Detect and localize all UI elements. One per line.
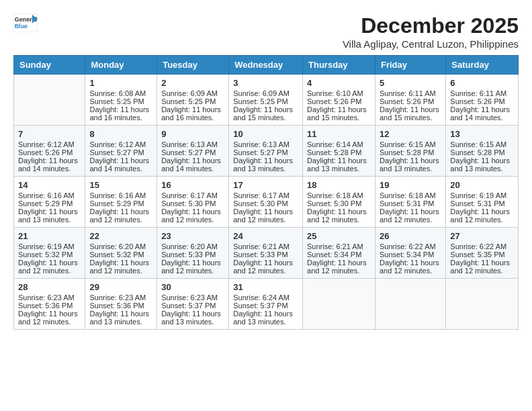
- day-info: Sunrise: 6:19 AM: [18, 242, 81, 250]
- calendar-cell: [303, 279, 375, 330]
- day-info: Sunrise: 6:11 AM: [380, 89, 441, 97]
- calendar-cell: 16Sunrise: 6:17 AMSunset: 5:30 PMDayligh…: [157, 177, 229, 228]
- day-info: Sunrise: 6:23 AM: [161, 293, 224, 302]
- day-info: Sunrise: 6:12 AM: [18, 140, 81, 148]
- calendar-cell: 7Sunrise: 6:12 AMSunset: 5:26 PMDaylight…: [14, 126, 85, 177]
- day-info: Sunrise: 6:23 AM: [89, 293, 152, 302]
- day-info: Daylight: 11 hours and 13 minutes.: [450, 156, 514, 173]
- calendar-cell: 11Sunrise: 6:14 AMSunset: 5:28 PMDayligh…: [303, 126, 375, 177]
- day-info: Sunset: 5:27 PM: [89, 148, 152, 156]
- calendar-cell: 21Sunrise: 6:19 AMSunset: 5:32 PMDayligh…: [14, 228, 85, 279]
- day-info: Sunrise: 6:24 AM: [233, 293, 298, 302]
- day-info: Sunrise: 6:09 AM: [233, 89, 298, 97]
- day-info: Daylight: 11 hours and 14 minutes.: [18, 156, 81, 173]
- day-number: 6: [450, 78, 514, 88]
- day-info: Sunrise: 6:12 AM: [89, 140, 152, 148]
- calendar-cell: [446, 279, 519, 330]
- column-header-thursday: Thursday: [303, 56, 375, 75]
- day-number: 8: [89, 129, 152, 139]
- day-info: Daylight: 11 hours and 13 minutes.: [89, 310, 152, 326]
- day-info: Daylight: 11 hours and 16 minutes.: [89, 105, 152, 122]
- day-number: 14: [18, 180, 81, 190]
- day-info: Sunrise: 6:14 AM: [307, 140, 371, 148]
- calendar-row: 14Sunrise: 6:16 AMSunset: 5:29 PMDayligh…: [14, 177, 519, 228]
- calendar-row: 28Sunrise: 6:23 AMSunset: 5:36 PMDayligh…: [14, 279, 519, 330]
- day-info: Sunrise: 6:23 AM: [18, 293, 81, 302]
- column-header-wednesday: Wednesday: [229, 56, 303, 75]
- calendar-cell: 30Sunrise: 6:23 AMSunset: 5:37 PMDayligh…: [157, 279, 229, 330]
- day-info: Sunset: 5:28 PM: [307, 148, 371, 156]
- day-number: 9: [161, 129, 224, 139]
- day-info: Daylight: 11 hours and 12 minutes.: [380, 208, 441, 224]
- day-info: Daylight: 11 hours and 12 minutes.: [450, 259, 514, 275]
- day-number: 13: [450, 129, 514, 139]
- day-info: Sunset: 5:28 PM: [450, 148, 514, 156]
- day-info: Sunset: 5:34 PM: [380, 250, 441, 259]
- day-number: 17: [233, 180, 298, 190]
- day-info: Sunrise: 6:21 AM: [233, 242, 298, 250]
- day-info: Daylight: 11 hours and 12 minutes.: [89, 259, 152, 275]
- day-info: Sunrise: 6:15 AM: [380, 140, 441, 148]
- day-info: Sunset: 5:33 PM: [233, 250, 298, 259]
- calendar-cell: 25Sunrise: 6:21 AMSunset: 5:34 PMDayligh…: [303, 228, 375, 279]
- day-info: Sunset: 5:26 PM: [380, 97, 441, 105]
- day-info: Sunset: 5:25 PM: [89, 97, 152, 105]
- day-info: Sunset: 5:27 PM: [161, 148, 224, 156]
- day-info: Daylight: 11 hours and 14 minutes.: [161, 156, 224, 173]
- day-info: Sunset: 5:36 PM: [89, 302, 152, 310]
- day-info: Sunset: 5:25 PM: [233, 97, 298, 105]
- day-number: 20: [450, 180, 514, 190]
- day-info: Sunset: 5:28 PM: [380, 148, 441, 156]
- calendar-table: SundayMondayTuesdayWednesdayThursdayFrid…: [13, 55, 519, 330]
- day-info: Daylight: 11 hours and 13 minutes.: [233, 310, 298, 326]
- day-number: 2: [161, 78, 224, 88]
- calendar-cell: 10Sunrise: 6:13 AMSunset: 5:27 PMDayligh…: [229, 126, 303, 177]
- calendar-cell: 4Sunrise: 6:10 AMSunset: 5:26 PMDaylight…: [303, 75, 375, 126]
- day-number: 30: [161, 282, 224, 292]
- day-number: 21: [18, 231, 81, 241]
- calendar-cell: 6Sunrise: 6:11 AMSunset: 5:26 PMDaylight…: [446, 75, 519, 126]
- day-number: 1: [89, 78, 152, 88]
- calendar-cell: 23Sunrise: 6:20 AMSunset: 5:33 PMDayligh…: [157, 228, 229, 279]
- calendar-cell: 26Sunrise: 6:22 AMSunset: 5:34 PMDayligh…: [375, 228, 445, 279]
- day-number: 12: [380, 129, 441, 139]
- calendar-cell: 28Sunrise: 6:23 AMSunset: 5:36 PMDayligh…: [14, 279, 85, 330]
- svg-text:Blue: Blue: [15, 23, 28, 30]
- column-header-friday: Friday: [375, 56, 445, 75]
- day-number: 10: [233, 129, 298, 139]
- day-number: 29: [89, 282, 152, 292]
- calendar-cell: 14Sunrise: 6:16 AMSunset: 5:29 PMDayligh…: [14, 177, 85, 228]
- calendar-cell: 1Sunrise: 6:08 AMSunset: 5:25 PMDaylight…: [85, 75, 157, 126]
- day-info: Daylight: 11 hours and 12 minutes.: [380, 259, 441, 275]
- day-number: 25: [307, 231, 371, 241]
- calendar-header-row: SundayMondayTuesdayWednesdayThursdayFrid…: [14, 56, 519, 75]
- calendar-cell: 2Sunrise: 6:09 AMSunset: 5:25 PMDaylight…: [157, 75, 229, 126]
- day-info: Sunset: 5:26 PM: [450, 97, 514, 105]
- day-info: Sunset: 5:32 PM: [18, 250, 81, 259]
- title-block: December 2025 Villa Aglipay, Central Luz…: [343, 13, 519, 50]
- day-info: Sunset: 5:31 PM: [450, 199, 514, 208]
- day-number: 26: [380, 231, 441, 241]
- day-info: Sunset: 5:26 PM: [307, 97, 371, 105]
- page-header: General Blue December 2025 Villa Aglipay…: [13, 13, 519, 50]
- day-number: 28: [18, 282, 81, 292]
- day-info: Sunrise: 6:13 AM: [233, 140, 298, 148]
- day-info: Sunset: 5:37 PM: [233, 302, 298, 310]
- calendar-cell: 24Sunrise: 6:21 AMSunset: 5:33 PMDayligh…: [229, 228, 303, 279]
- day-info: Sunset: 5:32 PM: [89, 250, 152, 259]
- day-info: Sunrise: 6:16 AM: [18, 191, 81, 199]
- day-info: Sunset: 5:30 PM: [233, 199, 298, 208]
- day-info: Daylight: 11 hours and 13 minutes.: [380, 156, 441, 173]
- day-number: 16: [161, 180, 224, 190]
- day-number: 22: [89, 231, 152, 241]
- calendar-cell: 18Sunrise: 6:18 AMSunset: 5:30 PMDayligh…: [303, 177, 375, 228]
- day-info: Sunrise: 6:08 AM: [89, 89, 152, 97]
- day-number: 7: [18, 129, 81, 139]
- day-info: Daylight: 11 hours and 13 minutes.: [307, 156, 371, 173]
- day-number: 24: [233, 231, 298, 241]
- day-info: Sunrise: 6:11 AM: [450, 89, 514, 97]
- calendar-cell: 27Sunrise: 6:22 AMSunset: 5:35 PMDayligh…: [446, 228, 519, 279]
- day-info: Sunrise: 6:18 AM: [380, 191, 441, 199]
- day-info: Sunrise: 6:13 AM: [161, 140, 224, 148]
- calendar-cell: 31Sunrise: 6:24 AMSunset: 5:37 PMDayligh…: [229, 279, 303, 330]
